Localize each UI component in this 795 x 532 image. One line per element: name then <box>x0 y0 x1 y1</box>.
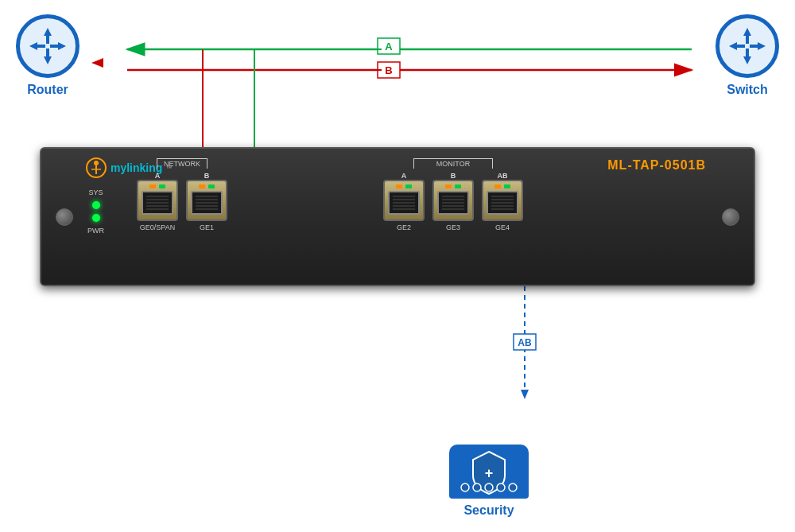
port-ge1-wrap: B GE1 <box>186 172 227 231</box>
network-ports: A GE0/SPAN B <box>137 172 227 231</box>
ge0-socket <box>142 191 173 215</box>
svg-rect-29 <box>746 36 749 44</box>
svg-marker-20 <box>44 28 52 36</box>
ge3-ab-label: B <box>451 172 456 180</box>
sys-label: SYS <box>88 188 103 196</box>
security-label: Security <box>463 503 514 518</box>
svg-marker-22 <box>44 56 52 64</box>
monitor-port-group: MONITOR A GE2 B <box>383 158 523 231</box>
svg-text:A: A <box>385 41 393 52</box>
ge0-ab-label: A <box>155 172 161 180</box>
port-ge4-wrap: AB GE4 <box>482 172 523 231</box>
port-ge4 <box>482 180 523 221</box>
ge1-led-green <box>208 184 215 188</box>
ge0-leds <box>149 184 165 188</box>
security-symbol: + <box>449 445 529 499</box>
svg-text:AB: AB <box>518 337 532 348</box>
security-svg: + <box>453 448 525 495</box>
ge4-led-orange <box>494 184 501 188</box>
svg-marker-34 <box>758 42 766 50</box>
device-panel: mylinking ™ ML-TAP-0501B SYS PWR NETWORK… <box>40 147 755 286</box>
monitor-ports: A GE2 B <box>383 172 523 231</box>
svg-text:B: B <box>385 64 392 76</box>
switch-symbol <box>716 14 779 78</box>
ge2-leds <box>396 184 412 188</box>
router-label: Router <box>27 83 68 97</box>
port-ge0-wrap: A GE0/SPAN <box>137 172 178 231</box>
ge0-name: GE0/SPAN <box>140 223 175 231</box>
security-icon: + Security <box>449 445 529 518</box>
svg-point-44 <box>497 483 505 491</box>
ge1-name: GE1 <box>200 223 214 231</box>
svg-point-45 <box>509 483 517 491</box>
ge1-led-orange <box>199 184 205 188</box>
port-ge0 <box>137 180 178 221</box>
network-port-group: NETWORK A GE0/SPAN B <box>137 158 227 231</box>
svg-point-43 <box>485 483 493 491</box>
svg-rect-27 <box>50 45 58 48</box>
monitor-bracket: MONITOR <box>413 158 493 169</box>
ge1-socket <box>191 191 223 215</box>
svg-text:+: + <box>485 465 494 481</box>
ge3-socket <box>437 191 469 215</box>
ge3-name: GE3 <box>446 223 460 231</box>
ge0-led-green <box>159 184 165 188</box>
ge4-ab-label: AB <box>498 172 508 180</box>
ge1-ab-label: B <box>204 172 210 180</box>
router-symbol <box>16 14 80 78</box>
sys-led <box>92 201 100 209</box>
port-ge1 <box>186 180 227 221</box>
ge0-led-orange <box>149 184 156 188</box>
ge2-name: GE2 <box>397 223 411 231</box>
network-label: NETWORK <box>164 160 200 168</box>
router-icon: Router <box>16 14 80 97</box>
port-ge3-wrap: B GE3 <box>432 172 474 231</box>
svg-rect-23 <box>46 49 49 56</box>
svg-marker-28 <box>743 28 751 36</box>
ge3-led-green <box>455 184 461 188</box>
ge3-leds <box>445 184 461 188</box>
model-label: ML-TAP-0501B <box>607 158 706 173</box>
ge3-led-orange <box>445 184 452 188</box>
ge4-led-green <box>504 184 510 188</box>
svg-marker-30 <box>743 56 751 64</box>
indicators: SYS PWR <box>87 188 104 235</box>
svg-marker-24 <box>29 42 37 50</box>
ge1-leds <box>199 184 215 188</box>
ge4-leds <box>494 184 510 188</box>
svg-point-37 <box>94 161 99 165</box>
svg-rect-21 <box>46 36 49 44</box>
switch-label: Switch <box>727 83 768 97</box>
svg-rect-35 <box>750 45 758 48</box>
svg-rect-31 <box>746 49 749 56</box>
ge4-socket <box>487 191 518 215</box>
svg-marker-26 <box>58 42 66 50</box>
port-ge2-wrap: A GE2 <box>383 172 425 231</box>
pwr-led <box>92 214 100 222</box>
svg-rect-25 <box>37 45 45 48</box>
ge2-socket <box>388 191 420 215</box>
monitor-label: MONITOR <box>436 160 470 168</box>
ge4-name: GE4 <box>495 223 510 231</box>
ge2-led-orange <box>396 184 402 188</box>
ge2-led-green <box>405 184 412 188</box>
svg-point-41 <box>461 483 469 491</box>
pwr-label: PWR <box>87 227 104 235</box>
brand-icon <box>85 157 107 179</box>
svg-point-42 <box>473 483 481 491</box>
port-ge3 <box>432 180 474 221</box>
network-bracket: NETWORK <box>157 158 207 169</box>
ge2-ab-label: A <box>401 172 407 180</box>
screw-left <box>56 208 73 226</box>
screw-right <box>722 208 739 226</box>
port-ge2 <box>383 180 425 221</box>
svg-rect-33 <box>737 45 745 48</box>
switch-icon: Switch <box>716 14 779 97</box>
svg-marker-32 <box>729 42 737 50</box>
